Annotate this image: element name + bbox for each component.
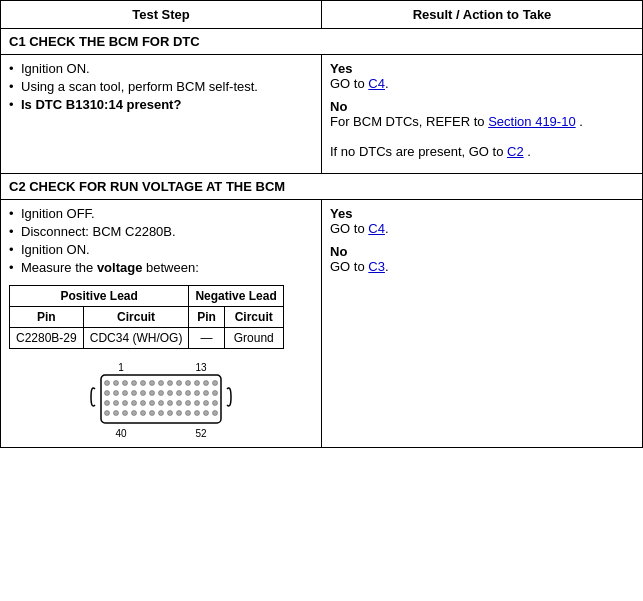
svg-point-11 (177, 381, 182, 386)
svg-point-31 (123, 401, 128, 406)
svg-point-35 (159, 401, 164, 406)
svg-point-26 (195, 391, 200, 396)
svg-point-53 (204, 411, 209, 416)
neg-circuit: Ground (224, 328, 283, 349)
result-block-0: YesGO to C4. (330, 61, 634, 91)
pos-col_pin: Pin (10, 307, 84, 328)
svg-point-10 (168, 381, 173, 386)
svg-point-36 (168, 401, 173, 406)
step-item: Ignition OFF. (9, 206, 313, 221)
svg-point-20 (141, 391, 146, 396)
svg-point-50 (177, 411, 182, 416)
svg-point-6 (132, 381, 137, 386)
svg-point-14 (204, 381, 209, 386)
pos-pin: C2280B-29 (10, 328, 84, 349)
measurement-row: C2280B-29CDC34 (WH/OG)—Ground (10, 328, 284, 349)
svg-point-21 (150, 391, 155, 396)
svg-point-4 (114, 381, 119, 386)
svg-point-32 (132, 401, 137, 406)
svg-point-44 (123, 411, 128, 416)
svg-point-38 (186, 401, 191, 406)
svg-point-5 (123, 381, 128, 386)
result-link[interactable]: C3 (368, 259, 385, 274)
pos-circuit: CDC34 (WH/OG) (83, 328, 189, 349)
svg-point-27 (204, 391, 209, 396)
svg-point-52 (195, 411, 200, 416)
main-table: Test Step Result / Action to Take C1 CHE… (0, 0, 643, 448)
neg-col_circuit: Circuit (224, 307, 283, 328)
svg-point-23 (168, 391, 173, 396)
result-label: No (330, 244, 347, 259)
svg-point-17 (114, 391, 119, 396)
svg-point-3 (105, 381, 110, 386)
svg-point-24 (177, 391, 182, 396)
svg-text:13: 13 (195, 362, 207, 373)
neg-col_pin: Pin (189, 307, 224, 328)
header-result: Result / Action to Take (322, 1, 643, 29)
svg-point-12 (186, 381, 191, 386)
svg-point-46 (141, 411, 146, 416)
svg-point-43 (114, 411, 119, 416)
measurement-table: Positive LeadNegative LeadPinCircuitPinC… (9, 285, 284, 349)
step-item: Ignition ON. (9, 61, 313, 76)
svg-point-9 (159, 381, 164, 386)
svg-point-47 (150, 411, 155, 416)
positive-lead-header: Positive Lead (10, 286, 189, 307)
step-item: Is DTC B1310:14 present? (9, 97, 313, 112)
neg-pin: — (189, 328, 224, 349)
result-block-1: NoFor BCM DTCs, REFER to Section 419-10 … (330, 99, 634, 159)
svg-point-45 (132, 411, 137, 416)
result-block-1: NoGO to C3. (330, 244, 634, 274)
svg-point-30 (114, 401, 119, 406)
svg-point-22 (159, 391, 164, 396)
connector-svg: 1 13 40 52 (81, 361, 241, 441)
result-block-0: YesGO to C4. (330, 206, 634, 236)
negative-lead-header: Negative Lead (189, 286, 283, 307)
svg-text:1: 1 (118, 362, 124, 373)
result-cell-C2: YesGO to C4.NoGO to C3. (322, 200, 643, 448)
result-cell-C1: YesGO to C4.NoFor BCM DTCs, REFER to Sec… (322, 55, 643, 174)
step-item: Measure the voltage between: (9, 260, 313, 275)
svg-point-15 (213, 381, 218, 386)
svg-point-40 (204, 401, 209, 406)
step-cell-C1: Ignition ON.Using a scan tool, perform B… (1, 55, 322, 174)
svg-point-42 (105, 411, 110, 416)
svg-point-19 (132, 391, 137, 396)
svg-point-54 (213, 411, 218, 416)
svg-point-37 (177, 401, 182, 406)
result-link-section[interactable]: Section 419-10 (488, 114, 575, 129)
svg-point-16 (105, 391, 110, 396)
result-link[interactable]: C4 (368, 221, 385, 236)
svg-point-25 (186, 391, 191, 396)
svg-point-33 (141, 401, 146, 406)
svg-point-51 (186, 411, 191, 416)
svg-point-34 (150, 401, 155, 406)
svg-point-48 (159, 411, 164, 416)
svg-point-41 (213, 401, 218, 406)
section-header-C2: C2 CHECK FOR RUN VOLTAGE AT THE BCM (1, 174, 643, 200)
result-label: Yes (330, 206, 352, 221)
result-link[interactable]: C4 (368, 76, 385, 91)
svg-point-29 (105, 401, 110, 406)
step-item: Disconnect: BCM C2280B. (9, 224, 313, 239)
step-item: Ignition ON. (9, 242, 313, 257)
step-item: Using a scan tool, perform BCM self-test… (9, 79, 313, 94)
step-cell-C2: Ignition OFF.Disconnect: BCM C2280B.Igni… (1, 200, 322, 448)
connector-diagram: 1 13 40 52 (9, 361, 313, 441)
pos-col_circuit: Circuit (83, 307, 189, 328)
header-test-step: Test Step (1, 1, 322, 29)
svg-point-8 (150, 381, 155, 386)
svg-point-13 (195, 381, 200, 386)
result-label: Yes (330, 61, 352, 76)
svg-point-49 (168, 411, 173, 416)
svg-point-7 (141, 381, 146, 386)
section-header-C1: C1 CHECK THE BCM FOR DTC (1, 29, 643, 55)
result-label: No (330, 99, 347, 114)
svg-point-28 (213, 391, 218, 396)
svg-point-18 (123, 391, 128, 396)
svg-point-39 (195, 401, 200, 406)
svg-text:40: 40 (115, 428, 127, 439)
result-link-c2[interactable]: C2 (507, 144, 524, 159)
svg-text:52: 52 (195, 428, 207, 439)
